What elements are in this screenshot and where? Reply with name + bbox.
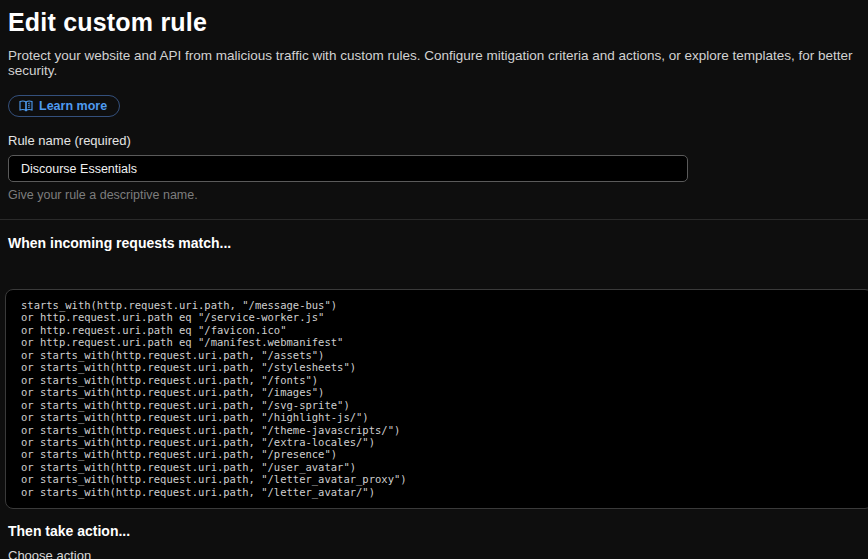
open-book-icon	[19, 100, 33, 112]
page-description: Protect your website and API from malici…	[8, 48, 868, 78]
learn-more-label: Learn more	[39, 99, 107, 113]
choose-action-label: Choose action	[8, 548, 868, 559]
action-section-title: Then take action...	[8, 523, 868, 539]
section-divider	[0, 219, 868, 220]
expression-editor[interactable]: starts_with(http.request.uri.path, "/mes…	[5, 289, 868, 509]
action-section: Then take action... Choose action Skip ▼…	[8, 523, 868, 559]
learn-more-button[interactable]: Learn more	[8, 95, 120, 117]
rule-name-label: Rule name (required)	[8, 133, 868, 148]
rule-name-field-group: Rule name (required) Give your rule a de…	[8, 133, 868, 202]
expression-section-title: When incoming requests match...	[8, 235, 868, 251]
edit-custom-rule-page: Edit custom rule Protect your website an…	[0, 0, 868, 559]
expression-code[interactable]: starts_with(http.request.uri.path, "/mes…	[21, 299, 868, 498]
rule-name-helper: Give your rule a descriptive name.	[8, 188, 868, 202]
page-title: Edit custom rule	[8, 8, 868, 37]
rule-name-input[interactable]	[8, 155, 688, 182]
